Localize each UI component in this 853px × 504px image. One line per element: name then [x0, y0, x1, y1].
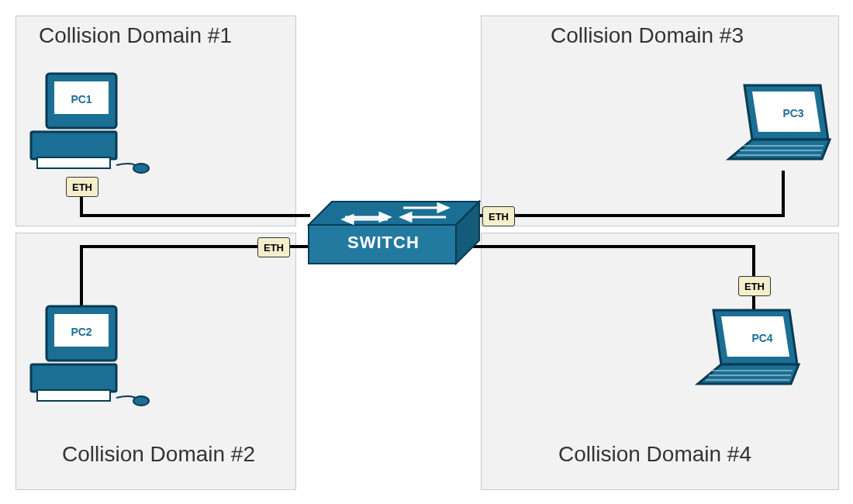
pc4-label: PC4 [743, 332, 782, 344]
pc4-icon [0, 0, 853, 504]
svg-marker-29 [698, 364, 799, 384]
